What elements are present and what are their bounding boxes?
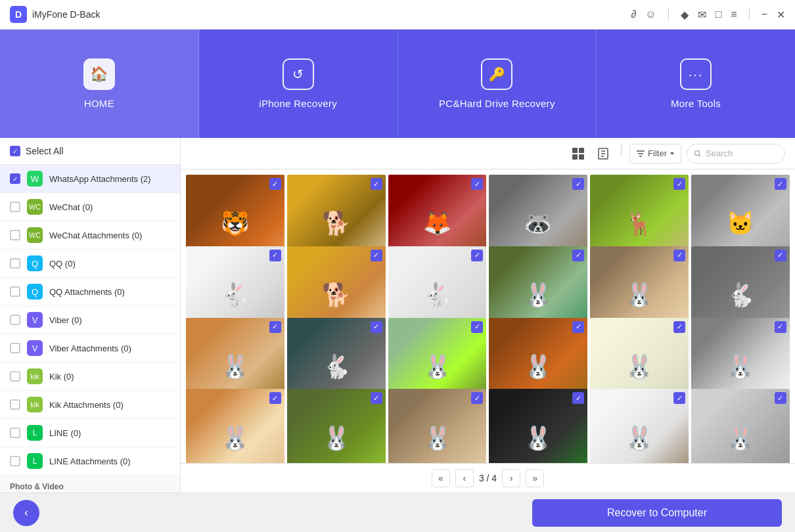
prev-page-button[interactable]: ‹ bbox=[455, 469, 474, 487]
close-button[interactable]: ✕ bbox=[777, 9, 785, 21]
photo-grid: 🐯 ✓ 🐕 ✓ 🦊 ✓ 🦝 ✓ 🦌 ✓ 🐱 ✓ 🐇 ✓ 🐕 ✓ 🐇 ✓ 🐰 bbox=[181, 169, 795, 463]
user-icon[interactable]: ☺ bbox=[645, 9, 656, 20]
nav-home-label: HOME bbox=[84, 98, 114, 109]
mail-icon[interactable]: ✉ bbox=[698, 9, 706, 21]
photo-check-16[interactable]: ✓ bbox=[673, 321, 685, 333]
last-page-button[interactable]: » bbox=[526, 469, 544, 487]
qq-checkbox[interactable] bbox=[10, 258, 20, 269]
logo-icon: D bbox=[10, 6, 27, 23]
svg-rect-2 bbox=[572, 154, 578, 160]
line-checkbox[interactable] bbox=[10, 428, 20, 438]
filter-button[interactable]: Filter bbox=[629, 144, 681, 164]
recover-button[interactable]: Recover to Computer bbox=[532, 499, 782, 527]
back-button[interactable]: ‹ bbox=[13, 500, 39, 526]
gallery-toolbar: Filter bbox=[181, 138, 795, 169]
qq-att-checkbox[interactable] bbox=[10, 286, 20, 297]
photo-check-12[interactable]: ✓ bbox=[269, 321, 281, 333]
photo-check-15[interactable]: ✓ bbox=[572, 321, 584, 333]
qq-icon: Q bbox=[27, 255, 43, 271]
sidebar-item-wechat[interactable]: WC WeChat (0) bbox=[0, 193, 180, 221]
sidebar-item-line[interactable]: L LINE (0) bbox=[0, 419, 180, 447]
photo-cell[interactable]: 🐰 ✓ bbox=[287, 389, 386, 463]
grid-view-icon[interactable] bbox=[568, 144, 588, 164]
viber-att-checkbox[interactable] bbox=[10, 343, 20, 353]
search-box[interactable] bbox=[687, 144, 785, 164]
wechat-att-checkbox[interactable] bbox=[10, 230, 20, 240]
svg-rect-1 bbox=[579, 148, 584, 153]
sidebar-item-viber-attachments[interactable]: V Viber Attachments (0) bbox=[0, 334, 180, 363]
search-input[interactable] bbox=[706, 148, 778, 158]
qq-label: QQ (0) bbox=[49, 259, 76, 269]
sidebar: ✓ Select All ✓ W WhatsApp Attachments (2… bbox=[0, 138, 181, 493]
photo-check-10[interactable]: ✓ bbox=[673, 250, 685, 261]
photo-cell[interactable]: 🐰 ✓ bbox=[590, 389, 689, 463]
photo-check-8[interactable]: ✓ bbox=[471, 250, 483, 261]
wechat-att-icon: WC bbox=[27, 227, 43, 243]
kik-checkbox[interactable] bbox=[10, 371, 20, 382]
sidebar-item-qq[interactable]: Q QQ (0) bbox=[0, 250, 180, 278]
nav-home[interactable]: 🏠 HOME bbox=[0, 30, 199, 138]
photo-check-18[interactable]: ✓ bbox=[269, 392, 281, 404]
wechat-checkbox[interactable] bbox=[10, 202, 20, 212]
photo-check-4[interactable]: ✓ bbox=[673, 178, 685, 190]
iphone-recovery-icon: ↺ bbox=[283, 58, 314, 90]
menu-icon[interactable]: ≡ bbox=[731, 9, 737, 20]
line-att-checkbox[interactable] bbox=[10, 456, 20, 466]
toolbar-sep bbox=[621, 144, 622, 157]
line-label: LINE (0) bbox=[49, 428, 81, 438]
whatsapp-checkbox[interactable]: ✓ bbox=[10, 173, 20, 184]
photo-check-19[interactable]: ✓ bbox=[371, 392, 382, 404]
app-logo: D iMyFone D-Back bbox=[10, 6, 100, 23]
filter-label: Filter bbox=[648, 148, 667, 158]
viber-checkbox[interactable] bbox=[10, 315, 20, 325]
photo-check-14[interactable]: ✓ bbox=[471, 321, 483, 333]
photo-check-0[interactable]: ✓ bbox=[269, 178, 281, 190]
view-icons: Filter bbox=[568, 144, 785, 164]
photo-check-3[interactable]: ✓ bbox=[572, 178, 584, 190]
sidebar-item-wechat-attachments[interactable]: WC WeChat Attachments (0) bbox=[0, 221, 180, 250]
location-icon[interactable]: ◆ bbox=[681, 9, 689, 21]
photo-check-13[interactable]: ✓ bbox=[371, 321, 382, 333]
pagination: « ‹ 3 / 4 › » bbox=[181, 463, 795, 493]
photo-check-11[interactable]: ✓ bbox=[775, 250, 786, 261]
photo-check-22[interactable]: ✓ bbox=[673, 392, 685, 404]
sidebar-item-whatsapp-attachments[interactable]: ✓ W WhatsApp Attachments (2) bbox=[0, 165, 180, 193]
file-view-icon[interactable] bbox=[593, 144, 613, 164]
nav-more-tools[interactable]: ··· More Tools bbox=[597, 30, 795, 138]
photo-cell[interactable]: 🐰 ✓ bbox=[489, 389, 587, 463]
wechat-att-label: WeChat Attachments (0) bbox=[49, 231, 142, 240]
sidebar-item-qq-attachments[interactable]: Q QQ Attachments (0) bbox=[0, 278, 180, 306]
photo-check-6[interactable]: ✓ bbox=[269, 250, 281, 261]
photo-check-9[interactable]: ✓ bbox=[572, 250, 584, 261]
sidebar-item-kik[interactable]: kik Kik (0) bbox=[0, 363, 180, 391]
sidebar-item-line-attachments[interactable]: L LINE Attachments (0) bbox=[0, 447, 180, 476]
next-page-button[interactable]: › bbox=[502, 469, 520, 487]
photo-check-5[interactable]: ✓ bbox=[775, 178, 786, 190]
select-all-label[interactable]: Select All bbox=[26, 146, 64, 156]
first-page-button[interactable]: « bbox=[432, 469, 450, 487]
share-icon[interactable]: ∂ bbox=[631, 9, 636, 20]
nav-pc-recovery[interactable]: 🔑 PC&Hard Drive Recovery bbox=[398, 30, 597, 138]
photo-cell[interactable]: 🐰 ✓ bbox=[388, 389, 487, 463]
minimize-button[interactable]: − bbox=[761, 9, 767, 20]
photo-check-7[interactable]: ✓ bbox=[371, 250, 382, 261]
sidebar-item-kik-attachments[interactable]: kik Kik Attachments (0) bbox=[0, 391, 180, 419]
photo-check-1[interactable]: ✓ bbox=[371, 178, 382, 190]
titlebar: D iMyFone D-Back ∂ ☺ ◆ ✉ □ ≡ − ✕ bbox=[0, 0, 795, 30]
chat-icon[interactable]: □ bbox=[716, 9, 722, 20]
kik-att-checkbox[interactable] bbox=[10, 399, 20, 410]
whatsapp-label: WhatsApp Attachments (2) bbox=[49, 174, 151, 184]
photo-cell[interactable]: 🐰 ✓ bbox=[186, 389, 284, 463]
sidebar-item-viber[interactable]: V Viber (0) bbox=[0, 306, 180, 334]
select-all-row[interactable]: ✓ Select All bbox=[0, 138, 180, 165]
select-all-checkbox[interactable]: ✓ bbox=[10, 146, 20, 156]
viber-att-icon: V bbox=[27, 340, 43, 356]
photo-check-23[interactable]: ✓ bbox=[775, 392, 786, 404]
photo-check-20[interactable]: ✓ bbox=[471, 392, 483, 404]
photo-cell[interactable]: 🐰 ✓ bbox=[691, 389, 790, 463]
photo-check-21[interactable]: ✓ bbox=[572, 392, 584, 404]
photo-check-17[interactable]: ✓ bbox=[775, 321, 786, 333]
photo-check-2[interactable]: ✓ bbox=[471, 178, 483, 190]
nav-iphone-recovery[interactable]: ↺ iPhone Recovery bbox=[199, 30, 398, 138]
nav-pc-recovery-label: PC&Hard Drive Recovery bbox=[439, 98, 555, 109]
